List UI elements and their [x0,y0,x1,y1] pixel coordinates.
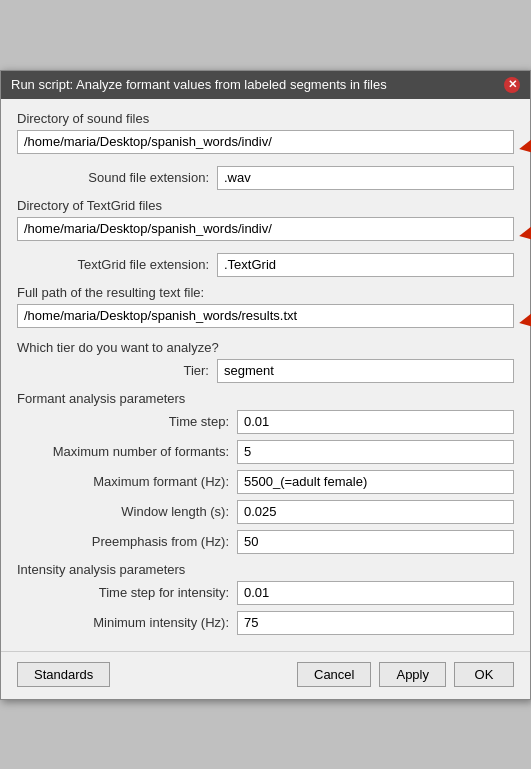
intensity-step-row: Time step for intensity: [17,581,514,605]
result-row [17,304,514,334]
max-formants-input[interactable] [237,440,514,464]
arrow-3 [519,306,531,336]
window-length-label: Window length (s): [17,504,237,519]
cancel-button[interactable]: Cancel [297,662,371,687]
close-button[interactable]: ✕ [504,77,520,93]
button-row: Standards Cancel Apply OK [1,651,530,699]
dir-textgrid-input[interactable] [17,217,514,241]
min-intensity-input[interactable] [237,611,514,635]
dir-textgrid-row [17,217,514,247]
sound-ext-row: Sound file extension: [17,166,514,190]
min-intensity-label: Minimum intensity (Hz): [17,615,237,630]
tier-question-label: Which tier do you want to analyze? [17,340,514,355]
dialog-content: Directory of sound files Sound file exte… [1,99,530,651]
max-formants-label: Maximum number of formants: [17,444,237,459]
dialog-title: Run script: Analyze formant values from … [11,77,387,92]
min-intensity-row: Minimum intensity (Hz): [17,611,514,635]
result-label: Full path of the resulting text file: [17,285,514,300]
max-formant-hz-row: Maximum formant (Hz): [17,470,514,494]
formant-section-label: Formant analysis parameters [17,391,514,406]
window-length-input[interactable] [237,500,514,524]
ok-button[interactable]: OK [454,662,514,687]
intensity-step-label: Time step for intensity: [17,585,237,600]
apply-button[interactable]: Apply [379,662,446,687]
max-formant-hz-label: Maximum formant (Hz): [17,474,237,489]
dir-sound-label: Directory of sound files [17,111,514,126]
result-input[interactable] [17,304,514,328]
time-step-row: Time step: [17,410,514,434]
time-step-input[interactable] [237,410,514,434]
textgrid-ext-label: TextGrid file extension: [17,257,217,272]
tier-label: Tier: [17,363,217,378]
dir-textgrid-label: Directory of TextGrid files [17,198,514,213]
max-formants-row: Maximum number of formants: [17,440,514,464]
title-bar: Run script: Analyze formant values from … [1,71,530,99]
sound-ext-input[interactable] [217,166,514,190]
arrow-2 [519,219,531,249]
arrow-1 [519,132,531,162]
preemphasis-input[interactable] [237,530,514,554]
time-step-label: Time step: [17,414,237,429]
intensity-section-label: Intensity analysis parameters [17,562,514,577]
textgrid-ext-row: TextGrid file extension: [17,253,514,277]
sound-ext-label: Sound file extension: [17,170,217,185]
dir-sound-input[interactable] [17,130,514,154]
standards-button[interactable]: Standards [17,662,110,687]
textgrid-ext-input[interactable] [217,253,514,277]
preemphasis-label: Preemphasis from (Hz): [17,534,237,549]
tier-row: Tier: [17,359,514,383]
dialog-window: Run script: Analyze formant values from … [0,70,531,700]
max-formant-hz-input[interactable] [237,470,514,494]
intensity-step-input[interactable] [237,581,514,605]
tier-input[interactable] [217,359,514,383]
preemphasis-row: Preemphasis from (Hz): [17,530,514,554]
window-length-row: Window length (s): [17,500,514,524]
dir-sound-row [17,130,514,160]
